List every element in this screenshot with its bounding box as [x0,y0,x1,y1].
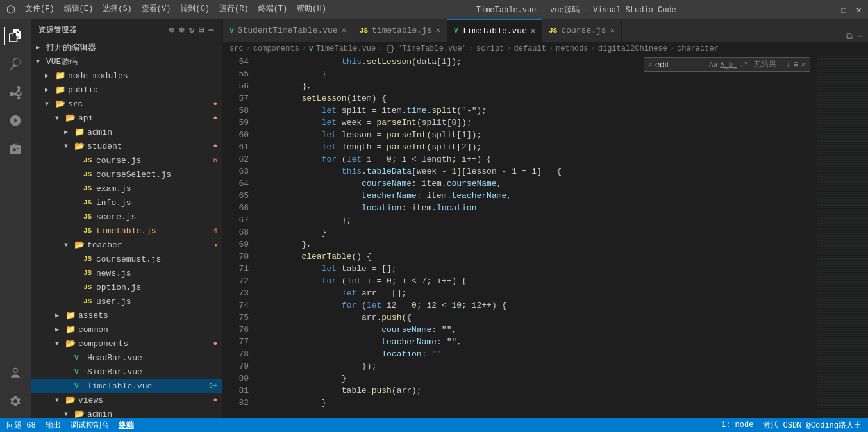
sidebar-item-coursemust-js[interactable]: ▶ JS coursemust.js [31,252,222,266]
maximize-button[interactable]: ❐ [841,4,846,15]
sidebar-item-news-js[interactable]: ▶ JS news.js [31,266,222,280]
search-option-regex[interactable]: .* [740,61,748,69]
vue-sources-section[interactable]: ▼ VUE源码 [31,54,222,69]
collapse-icon[interactable]: ⊟ [199,24,204,35]
run-activity-icon[interactable] [4,109,27,132]
search-nav-up[interactable]: ↑ [779,60,783,69]
source-control-activity-icon[interactable] [4,81,27,104]
sidebar-item-teacher[interactable]: ▼ 📂 teacher ● [31,238,222,252]
code-content[interactable]: this.setLesson(data[1]); } }, setLesson(… [255,56,817,418]
sidebar-header-icons[interactable]: ⊕ ⊕ ↻ ⊟ ⋯ [169,24,215,35]
titlebar-menus[interactable]: ⬡ 文件(F) 编辑(E) 选择(S) 查看(V) 转到(G) 运行(R) 终端… [6,3,326,16]
code-line[interactable]: let lesson = parseInt(split[1]); [262,129,817,141]
code-line[interactable]: }, [262,238,817,251]
code-line[interactable]: clearTable() { [262,251,817,263]
sidebar-item-timetable-js[interactable]: ▶ JS timetable.js 4 [31,224,222,238]
code-line[interactable]: let arr = []; [262,287,817,299]
tab-student-timetable[interactable]: V StudentTimeTable.vue ✕ [223,19,353,42]
settings-activity-icon[interactable] [4,390,27,413]
menu-help[interactable]: 帮助(H) [297,3,326,16]
sidebar-item-src[interactable]: ▼ 📂 src ● [31,97,222,111]
code-line[interactable]: this.tableData[week - 1][lesson - 1 + i]… [262,165,817,178]
new-file-icon[interactable]: ⊕ [169,24,175,35]
code-line[interactable]: table.push(arr); [262,385,817,397]
sidebar-item-public[interactable]: ▶ 📁 public [31,83,222,97]
tab-close-timetable-js[interactable]: ✕ [436,26,440,35]
search-close-icon[interactable]: ✕ [801,60,806,69]
breadcrumb-src[interactable]: src [230,44,244,53]
sidebar-item-student[interactable]: ▼ 📂 student ● [31,139,222,153]
menu-select[interactable]: 选择(S) [103,3,132,16]
sidebar-item-info-js[interactable]: ▶ JS info.js [31,195,222,210]
refresh-icon[interactable]: ↻ [189,24,195,35]
tab-close-student-timetable[interactable]: ✕ [342,26,346,35]
menu-run[interactable]: 运行(R) [219,3,249,16]
sidebar-item-exam-js[interactable]: ▶ JS exam.js [31,181,222,195]
code-line[interactable]: courseName: item.courseName, [262,178,817,190]
menu-goto[interactable]: 转到(G) [180,3,210,16]
more-options-icon[interactable]: ⋯ [209,24,215,35]
code-line[interactable]: teacherName: item.teacherName, [262,190,817,202]
minimap[interactable] [817,56,868,418]
minimize-button[interactable]: — [826,4,831,15]
sidebar-item-headbar-vue[interactable]: ▶ V HeadBar.vue [31,351,222,365]
status-errors[interactable]: 问题 68 [6,420,36,431]
more-tabs-icon[interactable]: ⋯ [858,31,863,42]
sidebar-item-components[interactable]: ▼ 📂 components ● [31,336,222,351]
code-line[interactable]: location: "" [262,348,817,360]
open-editors-section[interactable]: ▶ 打开的编辑器 [31,40,222,54]
breadcrumb-character[interactable]: character [677,44,719,53]
tab-close-timetable-vue[interactable]: ✕ [531,26,535,36]
code-line[interactable]: for (let i = 0; i < length; i++) { [262,153,817,165]
code-line[interactable]: }; [262,214,817,226]
code-line[interactable]: }, [262,80,817,92]
code-line[interactable]: setLesson(item) { [262,92,817,104]
sidebar-item-courseselect-js[interactable]: ▶ JS courseSelect.js [31,167,222,181]
search-activity-icon[interactable] [4,53,27,76]
search-option-ab[interactable]: A̲b̲ [720,60,737,69]
breadcrumb-braces[interactable]: {} [385,44,394,53]
code-line[interactable]: for (let i2 = 0; i2 < 10; i2++) { [262,299,817,312]
sidebar-item-course-js[interactable]: ▶ JS course.js 6 [31,153,222,167]
code-line[interactable]: teacherName: "", [262,336,817,348]
breadcrumb-methods[interactable]: methods [556,44,588,53]
sidebar-item-user-js[interactable]: ▶ JS user.js [31,294,222,308]
status-terminal[interactable]: 终端 [119,420,134,431]
code-line[interactable]: arr.push({ [262,312,817,324]
extensions-activity-icon[interactable] [4,137,27,160]
sidebar-item-sidebar-vue[interactable]: ▶ V SideBar.vue [31,365,222,379]
close-button[interactable]: ✕ [856,4,862,15]
code-line[interactable]: let length = parseInt(split[2]); [262,141,817,153]
new-folder-icon[interactable]: ⊕ [179,24,185,35]
sidebar-item-option-js[interactable]: ▶ JS option.js [31,280,222,294]
menu-terminal[interactable]: 终端(T) [258,3,288,16]
code-line[interactable]: } [262,372,817,385]
search-input[interactable] [655,60,706,69]
code-line[interactable]: }); [262,360,817,372]
code-line[interactable]: for (let i = 0; i < 7; i++) { [262,275,817,287]
explorer-activity-icon[interactable] [4,24,27,47]
tab-timetable-vue[interactable]: V TimeTable.vue ✕ [447,19,542,42]
sidebar-item-api[interactable]: ▼ 📂 api ● [31,111,222,125]
sidebar-item-timetable-vue[interactable]: ▶ V TimeTable.vue 9+ [31,379,222,393]
code-line[interactable]: let table = []; [262,263,817,275]
split-editor-icon[interactable]: ⧉ [846,31,853,42]
tab-close-course-js[interactable]: ✕ [610,26,615,35]
code-line[interactable]: let week = parseInt(split[0]); [262,117,817,129]
sidebar-item-score-js[interactable]: ▶ JS score.js [31,210,222,224]
search-option-aa[interactable]: Aa [709,61,717,69]
sidebar-item-assets[interactable]: ▶ 📁 assets [31,308,222,322]
code-line[interactable]: courseName: "", [262,324,817,336]
search-more-icon[interactable]: ≡ [793,60,798,70]
code-line[interactable]: } [262,397,817,409]
breadcrumb-default[interactable]: default [514,44,546,53]
tab-course-js[interactable]: JS course.js ✕ [542,19,622,42]
account-activity-icon[interactable] [4,361,27,385]
menu-file[interactable]: 文件(F) [25,3,54,16]
sidebar-item-node-modules[interactable]: ▶ 📁 node_modules [31,69,222,83]
breadcrumb-script[interactable]: script [476,44,504,53]
status-line-col[interactable]: 1: node [721,420,753,429]
status-debug-console[interactable]: 调试控制台 [71,420,109,431]
window-controls[interactable]: — ❐ ✕ [826,4,862,15]
status-output[interactable]: 输出 [46,420,61,431]
